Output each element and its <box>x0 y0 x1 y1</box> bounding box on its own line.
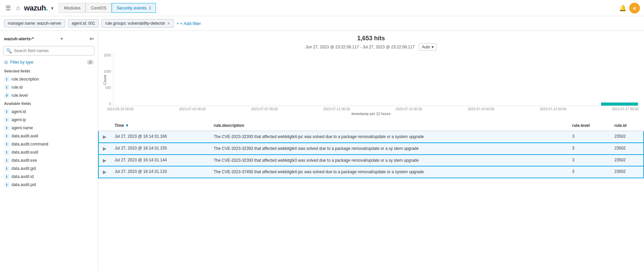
chart-bar-3 <box>227 53 263 106</box>
chart-bar-4 <box>264 53 301 106</box>
chart-xlabel-0: 2023-06-29 00:00 <box>107 107 134 111</box>
filter-by-type-button[interactable]: ⊙ Filter by type 0 <box>0 58 98 67</box>
chart-bar-8 <box>414 53 451 106</box>
td-level: 3 <box>568 155 611 166</box>
td-time: Jul 27, 2023 @ 16:14:31.155 <box>111 143 210 155</box>
field-type-text-icon: t <box>4 158 9 163</box>
table-row[interactable]: ▶ Jul 27, 2023 @ 16:14:31.155 The CVE-20… <box>98 143 644 155</box>
filter-tag-agent[interactable]: agent.id: 001 <box>68 19 99 27</box>
user-avatar[interactable]: a <box>629 3 640 14</box>
close-filter-icon[interactable]: × <box>167 21 170 26</box>
td-description: The CVE-2023-32393 that affected webkitg… <box>210 155 568 166</box>
expand-row-button[interactable]: ▶ <box>103 158 107 163</box>
chart-bar-9 <box>451 53 488 106</box>
field-type-text-icon: t <box>4 182 9 187</box>
td-time: Jul 27, 2023 @ 16:14:31.133 <box>111 166 210 178</box>
field-name: data.audit.gid <box>12 166 36 171</box>
filter-tag-rulegroups[interactable]: rule.groups: vulnerability-detector × <box>101 19 174 28</box>
field-type-text-icon: t <box>4 117 9 122</box>
chart-bar-10 <box>489 53 526 106</box>
hamburger-menu-icon[interactable]: ☰ <box>4 3 12 13</box>
filter-tag-manager[interactable]: manager.name: wazuh-server <box>4 19 65 27</box>
th-level[interactable]: rule.level <box>568 120 611 131</box>
filter-count-badge: 0 <box>87 60 94 65</box>
breadcrumb-info-icon: ℹ <box>149 5 151 10</box>
filter-bar: manager.name: wazuh-server agent.id: 001… <box>0 16 644 31</box>
td-description: The CVE-2023-37450 that affected webkitg… <box>210 166 568 178</box>
td-id: 23502 <box>610 131 644 143</box>
field-type-text-icon: t <box>4 125 9 131</box>
chart-xlabel-6: 2023-07-23 00:00 <box>540 107 567 111</box>
table-row[interactable]: ▶ Jul 27, 2023 @ 16:14:31.166 The CVE-20… <box>98 131 644 143</box>
th-description[interactable]: rule.description <box>210 120 568 131</box>
bar-green-segment <box>601 103 638 106</box>
chart-bar-1 <box>152 53 188 106</box>
add-filter-button[interactable]: ++ Add filter <box>177 21 201 26</box>
home-icon[interactable]: ⌂ <box>15 3 21 13</box>
hits-count: 1,653 hits <box>357 35 385 42</box>
field-type-text-icon: t <box>4 166 9 171</box>
th-id[interactable]: rule.id <box>610 120 644 131</box>
breadcrumb-modules[interactable]: Modules <box>59 3 86 13</box>
expand-cell: ▶ <box>98 131 111 143</box>
field-item-agent-id[interactable]: t agent.id <box>0 108 98 116</box>
field-item-data-audit-euid[interactable]: t data.audit.euid <box>0 148 98 156</box>
chart-xlabel-1: 2023-07-03 00:00 <box>179 107 206 111</box>
chart-container: 1500 1000 500 0 Count 2023-06-29 00:00 2… <box>98 51 644 118</box>
field-name: data.audit.exe <box>12 158 37 163</box>
chart-bar-2 <box>189 53 226 106</box>
field-name: agent.ip <box>12 117 26 122</box>
expand-cell: ▶ <box>98 166 111 178</box>
chart-x-axis-label: timestamp per 12 hours <box>104 111 639 118</box>
filter-by-type-label: Filter by type <box>10 60 33 65</box>
table-row[interactable]: ▶ Jul 27, 2023 @ 16:14:31.144 The CVE-20… <box>98 155 644 166</box>
expand-row-button[interactable]: ▶ <box>103 134 107 139</box>
notifications-icon[interactable]: 🔔 <box>619 4 626 12</box>
field-item-data-audit-id[interactable]: t data.audit.id <box>0 173 98 181</box>
field-item-data-audit-exe[interactable]: t data.audit.exe <box>0 156 98 164</box>
auto-interval-select[interactable]: Auto ▾ <box>419 43 437 51</box>
auto-interval-label: Auto <box>422 45 430 49</box>
chart-bar-6 <box>339 53 376 106</box>
expand-row-button[interactable]: ▶ <box>103 146 107 151</box>
selected-fields-label: Selected fields <box>0 67 98 75</box>
field-type-text-icon: t <box>4 76 9 82</box>
search-field-names[interactable]: 🔍 <box>3 46 94 55</box>
field-name: rule.id <box>12 85 23 90</box>
field-name: data.audit.id <box>12 174 33 179</box>
chart-bar-5 <box>301 53 338 106</box>
field-name: agent.name <box>12 126 33 130</box>
breadcrumb: Modules CentOS Security events ℹ <box>59 3 156 13</box>
expand-cell: ▶ <box>98 143 111 155</box>
chart-y-label-500: 500 <box>104 86 111 90</box>
th-time[interactable]: Time ▼ <box>111 120 210 131</box>
search-icon: 🔍 <box>6 48 12 53</box>
nav-chevron-down-icon[interactable]: ▾ <box>51 5 53 11</box>
field-item-agent-ip[interactable]: t agent.ip <box>0 116 98 124</box>
search-input[interactable] <box>3 46 94 55</box>
field-item-rule-description[interactable]: t rule.description <box>0 75 98 83</box>
chart-bar-7 <box>376 53 413 106</box>
breadcrumb-security-events[interactable]: Security events ℹ <box>112 3 156 13</box>
table-row[interactable]: ▶ Jul 27, 2023 @ 16:14:31.133 The CVE-20… <box>98 166 644 178</box>
field-item-rule-level[interactable]: # rule.level <box>0 91 98 99</box>
field-item-rule-id[interactable]: t rule.id <box>0 83 98 91</box>
td-id: 23502 <box>610 155 644 166</box>
field-item-data-audit-command[interactable]: t data.audit.command <box>0 140 98 148</box>
sidebar: wazuh-alerts-* ▾ ⇐ 🔍 ⊙ Filter by type 0 … <box>0 31 98 270</box>
breadcrumb-centos[interactable]: CentOS <box>86 3 111 13</box>
sidebar-collapse-icon[interactable]: ⇐ <box>89 36 94 42</box>
field-item-data-audit-auid[interactable]: t data.audit.auid <box>0 132 98 140</box>
field-name: data.audit.command <box>12 142 48 146</box>
td-id: 23502 <box>610 166 644 178</box>
filter-tag-label: rule.groups: vulnerability-detector <box>105 21 165 26</box>
chart-x-labels: 2023-06-29 00:00 2023-07-03 00:00 2023-0… <box>107 106 639 111</box>
field-item-data-audit-pid[interactable]: t data.audit.pid <box>0 181 98 189</box>
chart-xlabel-7: 2023-07-27 00:00 <box>612 107 639 111</box>
field-item-agent-name[interactable]: t agent.name <box>0 124 98 132</box>
expand-row-button[interactable]: ▶ <box>103 169 107 175</box>
chart-y-label-1000: 1000 <box>104 70 111 73</box>
filter-tag-label: agent.id: 001 <box>72 21 95 26</box>
field-item-data-audit-gid[interactable]: t data.audit.gid <box>0 164 98 173</box>
index-selector[interactable]: wazuh-alerts-* ▾ ⇐ <box>0 33 98 44</box>
